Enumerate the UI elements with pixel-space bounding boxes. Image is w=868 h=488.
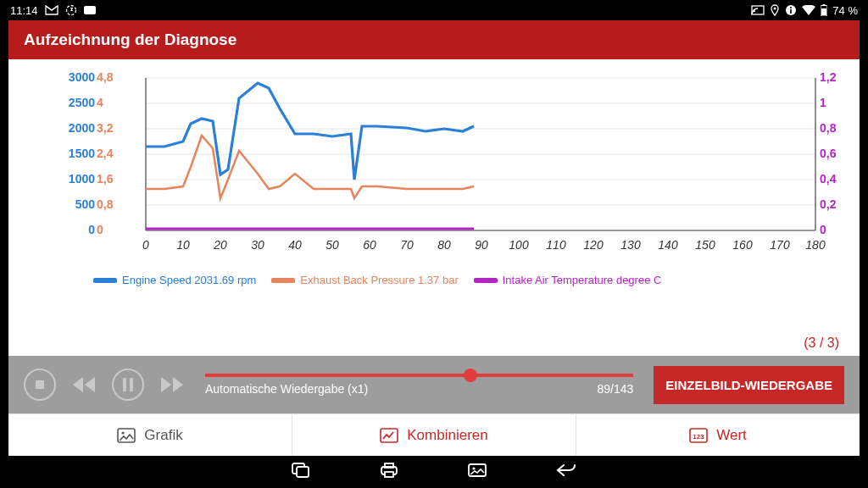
svg-text:70: 70 xyxy=(400,238,414,252)
svg-text:0,2: 0,2 xyxy=(820,197,837,211)
svg-rect-6 xyxy=(791,9,793,14)
svg-text:60: 60 xyxy=(363,238,376,252)
svg-text:170: 170 xyxy=(770,238,790,252)
chart-line-icon xyxy=(380,428,398,443)
chart-svg: 3000 2500 2000 1500 1000 500 0 4,8 4 3,2… xyxy=(25,69,843,269)
svg-text:0: 0 xyxy=(142,238,149,252)
svg-text:100: 100 xyxy=(509,238,529,252)
gmail-icon xyxy=(45,5,58,15)
svg-text:180: 180 xyxy=(805,238,826,252)
svg-rect-62 xyxy=(130,378,133,391)
svg-text:0,6: 0,6 xyxy=(820,147,837,160)
svg-text:123: 123 xyxy=(693,433,705,441)
svg-text:130: 130 xyxy=(620,238,641,252)
svg-text:10: 10 xyxy=(176,238,190,252)
forward-button[interactable] xyxy=(159,375,185,394)
gallery-icon[interactable] xyxy=(467,463,487,481)
status-battery-pct: 74 % xyxy=(832,4,858,17)
svg-text:80: 80 xyxy=(437,238,451,252)
app-header: Aufzeichnung der Diagnose xyxy=(8,20,860,59)
svg-text:110: 110 xyxy=(546,238,566,252)
info-icon xyxy=(785,4,797,16)
svg-text:1500: 1500 xyxy=(69,147,95,160)
svg-text:1,2: 1,2 xyxy=(820,70,837,84)
svg-point-5 xyxy=(790,7,792,8)
svg-text:150: 150 xyxy=(695,238,715,252)
tab-combine-label: Kombinieren xyxy=(407,427,487,444)
svg-point-74 xyxy=(472,467,475,469)
svg-text:140: 140 xyxy=(658,238,678,252)
svg-text:50: 50 xyxy=(326,238,339,252)
svg-rect-72 xyxy=(385,472,393,477)
svg-text:90: 90 xyxy=(475,238,488,252)
svg-rect-61 xyxy=(123,378,126,391)
svg-rect-69 xyxy=(297,467,309,477)
wifi-icon xyxy=(802,5,815,15)
chart-legend: Engine Speed 2031.69 rpm Exhaust Back Pr… xyxy=(25,269,843,286)
svg-point-64 xyxy=(122,431,125,434)
sync-icon xyxy=(65,4,77,16)
svg-rect-71 xyxy=(385,463,393,468)
status-time: 11:14 xyxy=(10,4,38,17)
page-title: Aufzeichnung der Diagnose xyxy=(24,30,236,49)
numeric-icon: 123 xyxy=(689,428,708,443)
svg-text:1000: 1000 xyxy=(69,172,95,186)
legend-swatch-purple xyxy=(474,278,498,283)
image-icon xyxy=(117,428,136,443)
svg-rect-9 xyxy=(821,8,826,15)
page-counter: (3 / 3) xyxy=(804,336,839,351)
svg-text:0,4: 0,4 xyxy=(820,172,837,186)
view-tabs: Grafik Kombinieren 123 Wert xyxy=(8,413,860,456)
svg-text:0,8: 0,8 xyxy=(820,121,837,135)
svg-text:1,6: 1,6 xyxy=(97,172,114,186)
svg-text:0: 0 xyxy=(820,223,826,236)
android-nav-bar xyxy=(0,456,868,488)
svg-text:0,8: 0,8 xyxy=(97,197,114,211)
svg-text:40: 40 xyxy=(288,238,302,252)
svg-rect-65 xyxy=(381,429,398,442)
app-window: Aufzeichnung der Diagnose 3000 2 xyxy=(8,20,860,456)
svg-rect-8 xyxy=(823,4,826,6)
rewind-button[interactable] xyxy=(71,375,97,394)
svg-text:120: 120 xyxy=(583,238,604,252)
chart-area: 3000 2500 2000 1500 1000 500 0 4,8 4 3,2… xyxy=(8,59,860,356)
svg-text:2500: 2500 xyxy=(69,96,95,109)
svg-text:500: 500 xyxy=(75,197,96,211)
battery-icon xyxy=(821,4,827,16)
svg-text:1: 1 xyxy=(820,96,826,109)
tab-graphic-label: Grafik xyxy=(144,427,182,444)
print-icon[interactable] xyxy=(379,462,399,482)
recents-icon[interactable] xyxy=(291,462,311,482)
legend-swatch-blue xyxy=(93,278,117,283)
svg-text:4,8: 4,8 xyxy=(97,70,114,84)
cast-icon xyxy=(751,5,765,15)
svg-text:0: 0 xyxy=(97,223,103,236)
legend-item-intake-air-temp: Intake Air Temperature degree C xyxy=(474,274,662,286)
svg-rect-60 xyxy=(36,380,44,389)
svg-text:0: 0 xyxy=(88,223,95,236)
tab-value[interactable]: 123 Wert xyxy=(576,414,860,456)
svg-text:20: 20 xyxy=(213,238,227,252)
tab-combine[interactable]: Kombinieren xyxy=(292,414,576,456)
back-icon[interactable] xyxy=(555,463,577,481)
svg-rect-1 xyxy=(84,6,96,14)
svg-text:3,2: 3,2 xyxy=(97,121,114,135)
legend-item-exhaust-pressure: Exhaust Back Pressure 1.37 bar xyxy=(271,274,458,286)
svg-text:2,4: 2,4 xyxy=(97,147,114,160)
single-frame-playback-button[interactable]: EINZELBILD-WIEDERGABE xyxy=(654,366,844,404)
seek-knob[interactable] xyxy=(464,369,477,382)
stop-button[interactable] xyxy=(24,369,56,401)
location-icon xyxy=(770,4,780,16)
svg-text:3000: 3000 xyxy=(69,70,95,84)
playback-controls: Automatische Wiedergabe (x1) 89/143 EINZ… xyxy=(8,356,860,413)
frame-position: 89/143 xyxy=(598,382,634,396)
svg-text:30: 30 xyxy=(251,238,264,252)
svg-text:2000: 2000 xyxy=(69,121,95,135)
legend-item-engine-speed: Engine Speed 2031.69 rpm xyxy=(93,274,256,286)
tab-value-label: Wert xyxy=(716,427,747,444)
svg-text:160: 160 xyxy=(732,238,753,252)
tab-graphic[interactable]: Grafik xyxy=(8,414,292,456)
seek-slider[interactable]: Automatische Wiedergabe (x1) 89/143 xyxy=(200,374,638,396)
pause-button[interactable] xyxy=(112,369,144,401)
rec-icon xyxy=(84,6,96,14)
